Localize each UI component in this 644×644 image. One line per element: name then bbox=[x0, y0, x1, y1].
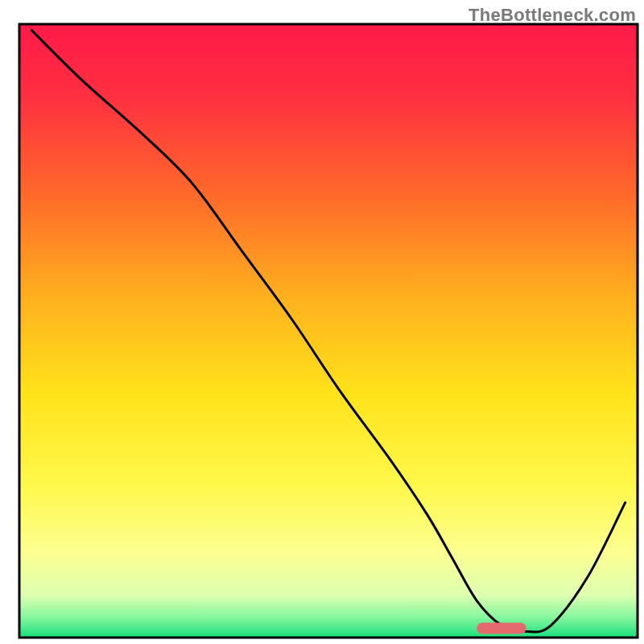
optimum-marker bbox=[477, 623, 526, 634]
chart-frame: TheBottleneck.com bbox=[0, 0, 644, 644]
bottleneck-chart bbox=[0, 0, 644, 644]
watermark-label: TheBottleneck.com bbox=[469, 5, 636, 26]
plot-background bbox=[19, 24, 638, 638]
